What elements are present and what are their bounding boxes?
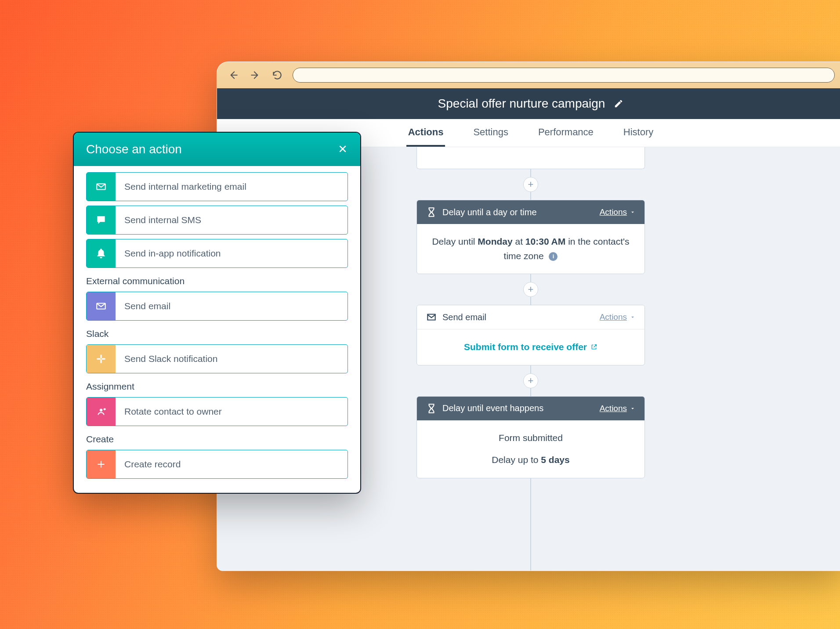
action-send-internal-email[interactable]: Send internal marketing email	[86, 172, 348, 201]
chevron-down-icon	[630, 314, 636, 320]
card-actions-dropdown[interactable]: Actions	[600, 312, 636, 322]
add-action-button[interactable]: +	[523, 282, 538, 297]
tab-performance[interactable]: Performance	[536, 119, 595, 147]
chevron-down-icon	[630, 209, 636, 215]
svg-rect-4	[97, 358, 101, 359]
action-label: Send in-app notification	[116, 239, 348, 268]
svg-rect-2	[100, 354, 101, 358]
chevron-down-icon	[630, 405, 636, 412]
info-icon[interactable]: i	[549, 252, 558, 261]
card-body: Delay until Monday at 10:30 AM in the co…	[417, 224, 644, 274]
arrow-left-icon	[228, 69, 239, 81]
card-title: Delay until a day or time	[442, 207, 537, 217]
panel-body[interactable]: Send internal marketing email Send inter…	[74, 166, 360, 493]
workflow-column: + Delay until a day or time Actions Dela…	[416, 147, 645, 571]
action-label: Send internal SMS	[116, 206, 348, 234]
reload-icon	[272, 69, 283, 81]
page-title-bar: Special offer nurture campaign	[217, 88, 840, 119]
envelope-icon	[426, 311, 437, 323]
url-bar[interactable]	[293, 68, 835, 83]
panel-header: Choose an action	[74, 133, 360, 166]
section-create: Create	[86, 434, 348, 445]
sms-icon	[87, 206, 116, 234]
tab-history[interactable]: History	[622, 119, 655, 147]
add-action-button[interactable]: +	[523, 373, 538, 388]
card-actions-dropdown[interactable]: Actions	[600, 207, 636, 217]
event-name: Form submitted	[429, 431, 632, 445]
svg-rect-5	[101, 358, 105, 359]
section-assignment: Assignment	[86, 381, 348, 392]
close-icon	[337, 144, 348, 154]
create-icon	[87, 450, 116, 478]
action-send-email[interactable]: Send email	[86, 292, 348, 321]
card-title: Send email	[442, 312, 486, 322]
hourglass-icon	[426, 403, 437, 414]
action-send-internal-sms[interactable]: Send internal SMS	[86, 206, 348, 235]
partial-card	[416, 147, 645, 169]
card-header: Send email Actions	[417, 305, 644, 329]
action-create-record[interactable]: Create record	[86, 450, 348, 479]
section-slack: Slack	[86, 329, 348, 339]
arrow-right-icon	[250, 69, 261, 81]
svg-rect-3	[100, 359, 101, 363]
delay-event-card[interactable]: Delay until event happens Actions Form s…	[416, 396, 645, 478]
card-header: Delay until event happens Actions	[417, 397, 644, 420]
delay-duration: Delay up to 5 days	[429, 453, 632, 467]
email-link[interactable]: Submit form to receive offer	[464, 340, 597, 354]
edit-title-button[interactable]	[614, 99, 623, 108]
browser-toolbar	[217, 62, 840, 88]
add-action-button[interactable]: +	[523, 177, 538, 192]
page-title: Special offer nurture campaign	[438, 97, 605, 111]
slack-icon	[87, 345, 116, 373]
action-label: Send Slack notification	[116, 345, 348, 373]
panel-title: Choose an action	[86, 142, 182, 156]
action-label: Rotate contact to owner	[116, 398, 348, 426]
svg-point-6	[100, 409, 103, 412]
envelope-icon	[87, 173, 116, 201]
section-external: External communication	[86, 276, 348, 286]
envelope-icon	[87, 292, 116, 320]
forward-button[interactable]	[249, 69, 262, 82]
action-label: Send email	[116, 292, 348, 320]
action-rotate-contact[interactable]: Rotate contact to owner	[86, 397, 348, 426]
card-title: Delay until event happens	[442, 403, 543, 413]
rotate-owner-icon	[87, 398, 116, 426]
external-link-icon	[590, 343, 597, 351]
action-label: Create record	[116, 450, 348, 478]
action-send-slack-notification[interactable]: Send Slack notification	[86, 344, 348, 373]
tab-actions[interactable]: Actions	[406, 119, 445, 147]
delay-day-time-card[interactable]: Delay until a day or time Actions Delay …	[416, 200, 645, 274]
action-label: Send internal marketing email	[116, 173, 348, 201]
card-actions-dropdown[interactable]: Actions	[600, 404, 636, 413]
back-button[interactable]	[227, 69, 240, 82]
send-email-card[interactable]: Send email Actions Submit form to receiv…	[416, 305, 645, 365]
card-header: Delay until a day or time Actions	[417, 200, 644, 224]
hourglass-icon	[426, 206, 437, 218]
tab-settings[interactable]: Settings	[471, 119, 510, 147]
choose-action-panel: Choose an action Send internal marketing…	[73, 132, 361, 494]
bell-icon	[87, 239, 116, 268]
card-body: Form submitted Delay up to 5 days	[417, 420, 644, 478]
card-body: Submit form to receive offer	[417, 329, 644, 365]
reload-button[interactable]	[271, 69, 284, 82]
close-button[interactable]	[337, 142, 348, 156]
action-send-in-app-notification[interactable]: Send in-app notification	[86, 239, 348, 268]
